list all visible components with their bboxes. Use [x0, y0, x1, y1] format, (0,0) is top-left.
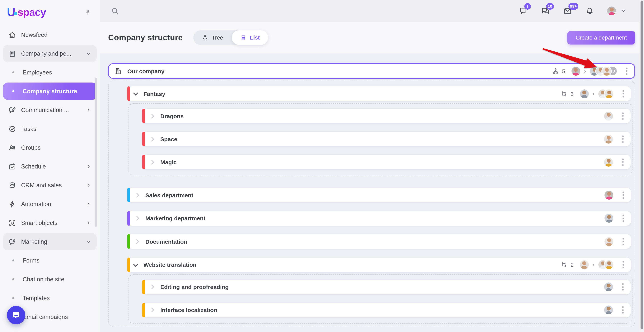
branch-icon [560, 261, 568, 268]
sidebar-item-smart-objects[interactable]: Smart objects [3, 214, 97, 231]
expand-icon[interactable] [134, 192, 139, 197]
sidebar-scrollbar[interactable] [95, 78, 97, 227]
expand-icon[interactable] [149, 284, 154, 289]
org-tree-icon [202, 34, 208, 41]
row-more-menu[interactable] [620, 282, 625, 292]
department-row-interface-localization[interactable]: Interface localization [142, 303, 630, 317]
main-panel: 1 10 99+ [100, 0, 644, 332]
department-color-bar [127, 86, 130, 101]
avatar[interactable] [604, 282, 613, 291]
tab-tree[interactable]: Tree [194, 30, 232, 45]
logo-text: spacy [18, 6, 46, 18]
expand-icon[interactable] [134, 239, 139, 244]
support-chat-launcher[interactable] [7, 306, 25, 324]
expand-icon[interactable] [149, 307, 154, 312]
department-row-marketing[interactable]: Marketing department [127, 211, 631, 225]
expand-icon[interactable] [149, 136, 154, 141]
department-name: Magic [160, 159, 177, 165]
chevron-down-icon [86, 51, 91, 56]
row-more-menu[interactable] [624, 66, 629, 76]
expand-icon[interactable] [149, 159, 154, 164]
sidebar-item-automation[interactable]: Automation [3, 195, 97, 213]
tab-list[interactable]: List [232, 30, 268, 45]
department-row-space[interactable]: Space [142, 132, 630, 146]
avatar[interactable] [604, 305, 613, 314]
avatar[interactable] [604, 191, 613, 199]
row-more-menu[interactable] [621, 89, 626, 99]
member-avatars[interactable] [598, 89, 613, 98]
chevron-right-icon [86, 164, 91, 169]
sidebar-item-marketing[interactable]: Marketing [3, 233, 97, 250]
department-color-bar [142, 280, 145, 294]
sidebar-item-newsfeed[interactable]: Newsfeed [3, 26, 97, 43]
row-more-menu[interactable] [621, 190, 626, 200]
sidebar-item-company-structure[interactable]: Company structure [3, 83, 97, 100]
department-row-dragons[interactable]: Dragons [142, 109, 630, 123]
department-row-magic[interactable]: Magic [142, 155, 630, 169]
row-more-menu[interactable] [620, 157, 625, 167]
departments-group: Fantasy 3 › [108, 81, 635, 327]
chats-badge: 10 [546, 3, 554, 10]
avatar[interactable] [571, 67, 580, 75]
page-title: Company structure [108, 33, 183, 42]
subdepartment-count-value: 2 [570, 261, 574, 268]
row-more-menu[interactable] [621, 213, 626, 223]
avatar[interactable] [580, 260, 588, 269]
chats-icon[interactable]: 10 [541, 6, 550, 16]
search-icon[interactable] [110, 7, 119, 15]
uspacy-logo[interactable]: U spacy [7, 5, 46, 19]
department-row-website-translation[interactable]: Website translation 2 › [127, 257, 631, 272]
expand-icon[interactable] [134, 216, 139, 220]
sidebar-item-schedule[interactable]: Schedule [3, 158, 97, 175]
topbar: 1 10 99+ [100, 0, 644, 22]
department-color-bar [127, 234, 130, 249]
mail-icon[interactable]: 99+ [563, 6, 572, 16]
people-icon [8, 143, 16, 152]
sidebar-item-templates[interactable]: Templates [3, 289, 97, 307]
member-avatars[interactable]: +3 [590, 67, 617, 75]
row-more-menu[interactable] [620, 305, 625, 315]
avatar[interactable] [604, 112, 613, 120]
department-row-sales[interactable]: Sales department [127, 188, 631, 202]
department-row-fantasy[interactable]: Fantasy 3 › [127, 86, 631, 101]
scrollbar-thumb[interactable] [640, 1, 643, 329]
online-status-dot [613, 12, 616, 15]
department-row-documentation[interactable]: Documentation [127, 234, 631, 249]
sidebar-item-company-and-people[interactable]: Company and pe... [3, 45, 97, 62]
page-scrollbar[interactable] [640, 0, 644, 332]
row-more-menu[interactable] [620, 134, 625, 144]
mail-badge: 99+ [568, 3, 578, 10]
sidebar-item-communication[interactable]: Communication ... [3, 101, 97, 119]
row-more-menu[interactable] [621, 236, 626, 247]
sidebar-item-employees[interactable]: Employees [3, 64, 97, 81]
member-avatars[interactable] [598, 260, 613, 269]
department-row-our-company[interactable]: Our company 5 › +3 [108, 63, 635, 79]
sidebar-item-label: Schedule [21, 163, 86, 170]
bell-icon[interactable] [585, 7, 594, 15]
sidebar-item-chat-on-the-site[interactable]: Chat on the site [3, 271, 97, 288]
sidebar-item-groups[interactable]: Groups [3, 139, 97, 156]
user-menu[interactable] [607, 7, 626, 15]
avatar[interactable] [604, 158, 613, 166]
org-people-icon [552, 67, 560, 75]
department-row-editing-and-proofreading[interactable]: Editing and proofreading [142, 280, 630, 294]
sidebar-item-crm-and-sales[interactable]: CRM and sales [3, 177, 97, 194]
collapse-icon[interactable] [133, 91, 138, 95]
avatar[interactable] [604, 237, 613, 246]
check-circle-icon [8, 125, 16, 133]
avatar[interactable] [580, 89, 588, 98]
collapse-icon[interactable] [133, 261, 138, 266]
avatar[interactable] [604, 135, 613, 143]
comments-icon[interactable]: 1 [519, 7, 528, 15]
sidebar-item-tasks[interactable]: Tasks [3, 120, 97, 137]
department-color-bar [142, 155, 145, 169]
expand-icon[interactable] [149, 113, 154, 118]
sidebar-item-forms[interactable]: Forms [3, 252, 97, 269]
create-department-button[interactable]: Create a department [567, 31, 635, 44]
department-name: Marketing department [145, 215, 206, 221]
row-more-menu[interactable] [621, 259, 626, 270]
avatar[interactable] [604, 214, 613, 223]
sidebar: U spacy Newsfeed Company and pe... Emplo… [0, 0, 100, 332]
row-more-menu[interactable] [620, 111, 625, 121]
pin-sidebar-icon[interactable] [84, 9, 91, 16]
